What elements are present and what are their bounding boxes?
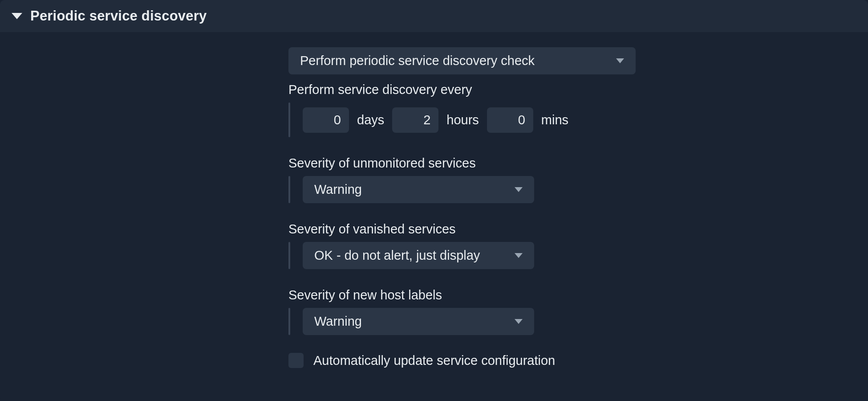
chevron-down-icon — [515, 319, 523, 324]
interval-hours-input[interactable] — [392, 107, 438, 133]
severity-new-host-labels-value: Warning — [314, 314, 362, 329]
interval-inputs: days hours mins — [303, 107, 568, 133]
panel-content: Perform periodic service discovery check… — [288, 47, 868, 368]
auto-update-label: Automatically update service configurati… — [313, 353, 555, 368]
discovery-mode-select[interactable]: Perform periodic service discovery check — [288, 47, 636, 74]
chevron-down-icon — [515, 253, 523, 258]
mins-unit-label: mins — [541, 113, 568, 127]
auto-update-checkbox[interactable] — [288, 353, 304, 368]
severity-unmonitored-value: Warning — [314, 182, 362, 197]
severity-unmonitored-select[interactable]: Warning — [303, 176, 534, 203]
severity-unmonitored-group: Warning — [288, 176, 868, 203]
days-unit-label: days — [357, 113, 384, 127]
panel-body: Perform periodic service discovery check… — [0, 32, 868, 368]
auto-update-row: Automatically update service configurati… — [288, 353, 868, 368]
panel-title: Periodic service discovery — [30, 8, 207, 24]
severity-vanished-label: Severity of vanished services — [288, 222, 868, 237]
interval-label: Perform service discovery every — [288, 82, 868, 97]
discovery-mode-value: Perform periodic service discovery check — [300, 53, 535, 68]
interval-days-input[interactable] — [303, 107, 349, 133]
severity-vanished-select[interactable]: OK - do not alert, just display — [303, 242, 534, 269]
interval-mins-input[interactable] — [487, 107, 533, 133]
chevron-down-icon — [515, 187, 523, 192]
severity-new-host-labels-label: Severity of new host labels — [288, 288, 868, 303]
severity-new-host-labels-group: Warning — [288, 308, 868, 335]
chevron-down-icon — [616, 58, 624, 63]
indent-bar — [288, 102, 290, 137]
indent-bar — [288, 308, 290, 335]
panel-left-spacer — [0, 47, 288, 368]
interval-group: days hours mins — [288, 102, 868, 137]
severity-unmonitored-label: Severity of unmonitored services — [288, 156, 868, 171]
indent-bar — [288, 242, 290, 269]
indent-bar — [288, 176, 290, 203]
severity-new-host-labels-select[interactable]: Warning — [303, 308, 534, 335]
severity-vanished-value: OK - do not alert, just display — [314, 248, 480, 263]
hours-unit-label: hours — [446, 113, 479, 127]
panel-header[interactable]: Periodic service discovery — [0, 0, 868, 32]
severity-vanished-group: OK - do not alert, just display — [288, 242, 868, 269]
periodic-service-discovery-panel: Periodic service discovery Perform perio… — [0, 0, 868, 401]
collapse-icon — [12, 13, 22, 19]
